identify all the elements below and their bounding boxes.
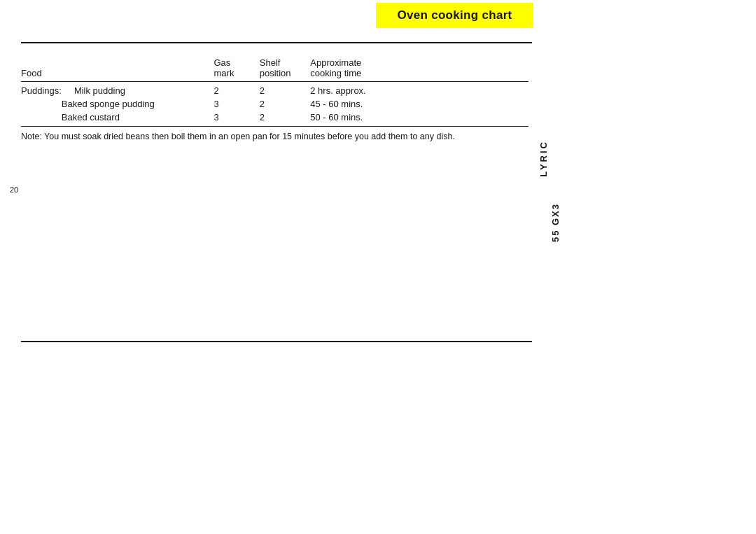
header-box: Oven cooking chart: [376, 3, 533, 28]
col-header-time: Approximatecooking time: [310, 55, 528, 82]
bottom-divider: [21, 341, 532, 342]
table-row: Baked sponge pudding 3 2 45 - 60 mins.: [21, 97, 528, 111]
top-divider: [21, 42, 532, 43]
gas-mark-cell: 3: [214, 97, 260, 111]
sidebar-model: 55 GX3: [550, 203, 561, 242]
cooking-time-cell: 45 - 60 mins.: [310, 97, 528, 111]
shelf-position-cell: 2: [260, 97, 311, 111]
gas-mark-cell: 3: [214, 111, 260, 127]
sidebar-brand: LYRIC: [538, 140, 550, 177]
table-row: Baked custard 3 2 50 - 60 mins.: [21, 111, 528, 127]
shelf-position-cell: 2: [260, 111, 311, 127]
col-header-shelf: Shelfposition: [260, 55, 311, 82]
shelf-position-cell: 2: [260, 82, 311, 98]
main-content: Food Gasmark Shelfposition Approximateco…: [21, 49, 528, 143]
note-text: Note: You must soak dried beans then boi…: [21, 131, 528, 143]
cooking-time-cell: 50 - 60 mins.: [310, 111, 528, 127]
col-header-food: Food: [21, 55, 214, 82]
page-title: Oven cooking chart: [397, 8, 512, 22]
cooking-time-cell: 2 hrs. approx.: [310, 82, 528, 98]
gas-mark-cell: 2: [214, 82, 260, 98]
food-category: Puddings: Milk pudding: [21, 82, 214, 98]
table-header-row: Food Gasmark Shelfposition Approximateco…: [21, 55, 528, 82]
food-name-cell: Baked sponge pudding: [21, 97, 214, 111]
table-row: Puddings: Milk pudding 2 2 2 hrs. approx…: [21, 82, 528, 98]
page-number: 20: [10, 185, 18, 194]
cooking-table: Food Gasmark Shelfposition Approximateco…: [21, 55, 528, 127]
col-header-gas: Gasmark: [214, 55, 260, 82]
food-name-cell: Baked custard: [21, 111, 214, 127]
page-container: Oven cooking chart Food Gasmark Shelfpos…: [0, 0, 756, 534]
